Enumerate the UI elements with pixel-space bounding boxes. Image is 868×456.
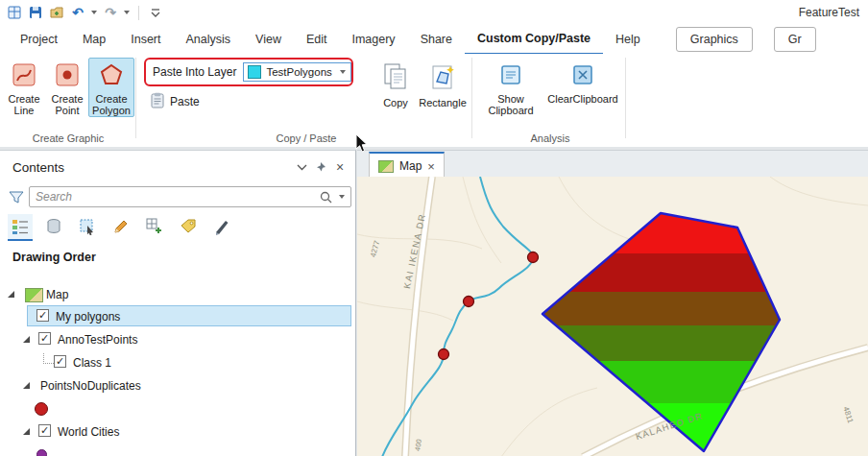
- tree-symbol-purple-point[interactable]: [0, 444, 355, 456]
- application-window: ↶ ↷ FeatureTest Project Map Insert Analy…: [0, 0, 868, 456]
- create-point-button[interactable]: Create Point: [45, 58, 89, 117]
- redo-dropdown-icon[interactable]: [124, 11, 130, 14]
- customize-toolbar-icon[interactable]: [147, 4, 164, 21]
- map-view: Map ×: [357, 150, 868, 456]
- tree-item-points-no-duplicates[interactable]: PointsNoDuplicates: [0, 374, 355, 396]
- group-separator: [471, 58, 472, 138]
- my-polygons-checkbox[interactable]: ✓: [36, 309, 49, 322]
- search-input[interactable]: [30, 190, 319, 204]
- tab-imagery[interactable]: Imagery: [339, 25, 407, 54]
- close-pane-icon[interactable]: ×: [330, 157, 350, 177]
- create-point-label: Create Point: [46, 93, 88, 116]
- tab-edit[interactable]: Edit: [294, 25, 340, 54]
- pin-icon[interactable]: [311, 157, 330, 177]
- tree-item-my-polygons[interactable]: ✓ My polygons: [0, 305, 355, 327]
- show-clipboard-button[interactable]: Show Clipboard: [483, 58, 539, 117]
- clear-clipboard-label: ClearClipboard: [547, 93, 617, 105]
- list-by-editing-icon[interactable]: [108, 214, 133, 241]
- tab-graphics[interactable]: Graphics: [676, 27, 753, 52]
- ribbon-content: Create Line Create Point Create Polygon …: [0, 54, 868, 148]
- expand-triangle-icon[interactable]: [23, 336, 30, 343]
- contents-pane: Contents ×: [0, 150, 356, 456]
- tab-map[interactable]: Map: [70, 25, 118, 54]
- clear-clipboard-icon: [570, 62, 595, 91]
- map-view-tab[interactable]: Map ×: [369, 152, 445, 179]
- undo-dropdown-icon[interactable]: [91, 11, 97, 14]
- rectangle-label: Rectangle: [419, 97, 467, 108]
- labeling-tag-icon[interactable]: [176, 214, 201, 241]
- ribbon-tab-bar: Project Map Insert Analysis View Edit Im…: [0, 25, 868, 54]
- mouse-cursor: [355, 134, 371, 154]
- world-cities-checkbox[interactable]: ✓: [38, 424, 51, 437]
- red-point-symbol: [35, 402, 48, 416]
- show-clipboard-label: Show Clipboard: [484, 93, 538, 116]
- paste-button[interactable]: Paste: [150, 92, 200, 111]
- tree-item-anno-test-points[interactable]: ✓ AnnoTestPoints: [0, 328, 355, 350]
- copy-button[interactable]: Copy: [376, 58, 415, 109]
- group-label-create-graphic: Create Graphic: [2, 132, 134, 144]
- tab-analysis[interactable]: Analysis: [174, 25, 244, 54]
- tab-project[interactable]: Project: [8, 25, 70, 54]
- rectangle-button[interactable]: Rectangle: [415, 58, 470, 109]
- create-point-icon: [55, 62, 80, 91]
- expand-triangle-icon[interactable]: [8, 291, 14, 298]
- tab-insert[interactable]: Insert: [118, 25, 173, 54]
- list-by-data-source-icon[interactable]: [41, 214, 66, 241]
- target-layer-dropdown[interactable]: TestPolygons: [243, 62, 351, 82]
- map-canvas[interactable]: KAI IKENA DR 4277 KALAHEO DR 4811 400: [357, 177, 868, 456]
- tree-item-map[interactable]: Map: [0, 283, 355, 305]
- class-1-label: Class 1: [73, 356, 111, 370]
- world-cities-label: World Cities: [58, 425, 119, 439]
- create-line-button[interactable]: Create Line: [2, 58, 46, 117]
- map-thumbnail-icon: [25, 288, 43, 302]
- search-dropdown-icon[interactable]: [339, 195, 345, 199]
- search-icon[interactable]: [319, 190, 333, 204]
- paste-into-layer-label: Paste Into Layer: [153, 65, 236, 79]
- new-project-icon[interactable]: [6, 4, 23, 21]
- expand-triangle-icon[interactable]: [23, 428, 30, 435]
- tab-share[interactable]: Share: [408, 25, 465, 54]
- group-separator: [135, 58, 136, 138]
- target-layer-value: TestPolygons: [266, 66, 334, 78]
- tab-custom-copy-paste[interactable]: Custom Copy/Paste: [465, 24, 603, 56]
- tab-help[interactable]: Help: [603, 25, 653, 54]
- list-by-drawing-order-icon[interactable]: [8, 214, 33, 241]
- pane-options-chevron-icon[interactable]: [292, 157, 311, 177]
- layer-color-swatch: [248, 65, 261, 79]
- add-data-icon[interactable]: [48, 4, 65, 21]
- red-point[interactable]: [464, 297, 474, 307]
- class-1-checkbox[interactable]: ✓: [54, 355, 66, 368]
- copy-label: Copy: [383, 97, 408, 108]
- red-point[interactable]: [528, 252, 539, 263]
- redo-icon[interactable]: ↷: [102, 4, 119, 21]
- rectangle-icon: [429, 62, 456, 95]
- tree-connector: [43, 353, 54, 364]
- map-tab-label: Map: [399, 159, 422, 173]
- contents-header: Contents ×: [0, 155, 355, 180]
- snapping-pen-icon[interactable]: [209, 214, 234, 241]
- tab-view[interactable]: View: [243, 25, 294, 54]
- filter-icon[interactable]: [9, 190, 24, 208]
- tree-symbol-red-point[interactable]: [0, 397, 355, 420]
- tab-truncated[interactable]: Gr: [774, 27, 816, 52]
- undo-icon[interactable]: ↶: [69, 4, 86, 21]
- tree-item-world-cities[interactable]: ✓ World Cities: [0, 420, 355, 443]
- my-polygons-label: My polygons: [56, 310, 120, 324]
- map-tab-icon: [378, 160, 394, 173]
- anno-test-points-label: AnnoTestPoints: [58, 333, 137, 347]
- group-label-analysis: Analysis: [475, 132, 625, 144]
- anno-test-points-checkbox[interactable]: ✓: [38, 332, 51, 345]
- save-icon[interactable]: [27, 4, 44, 21]
- tree-item-class-1[interactable]: ✓ Class 1: [0, 351, 355, 373]
- list-by-selection-icon[interactable]: [75, 214, 100, 241]
- close-view-icon[interactable]: ×: [427, 159, 435, 174]
- show-clipboard-icon: [498, 62, 523, 91]
- search-box: [29, 186, 351, 207]
- expand-triangle-icon[interactable]: [23, 382, 30, 389]
- clear-clipboard-button[interactable]: ClearClipboard: [543, 58, 622, 106]
- catalog-grid-icon[interactable]: [142, 214, 167, 241]
- group-separator: [625, 58, 626, 138]
- red-point[interactable]: [439, 349, 449, 360]
- purple-point-symbol: [36, 449, 47, 456]
- create-polygon-button[interactable]: Create Polygon: [88, 58, 134, 117]
